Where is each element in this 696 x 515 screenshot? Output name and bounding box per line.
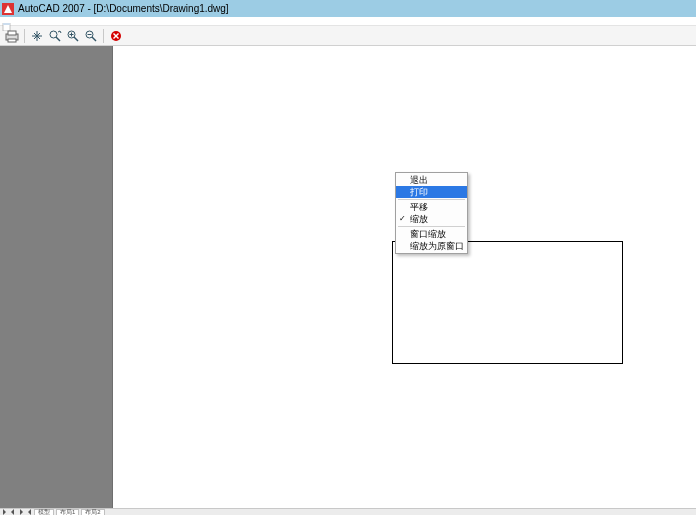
drawing-canvas[interactable]: 退出 打印 平移 缩放 窗口缩放 缩放为原窗口	[113, 46, 696, 508]
ctx-divider	[398, 226, 465, 227]
svg-line-7	[56, 37, 60, 41]
plot-button[interactable]	[4, 28, 20, 44]
svg-point-6	[50, 31, 57, 38]
drawing-rectangle	[392, 241, 623, 364]
svg-rect-4	[8, 31, 16, 35]
ctx-item-exit[interactable]: 退出	[396, 174, 467, 186]
zoom-realtime-button[interactable]	[47, 28, 63, 44]
toolbar	[0, 26, 696, 46]
toolbar-separator	[24, 29, 25, 43]
layout2-tab[interactable]: 布局2	[81, 509, 104, 515]
left-gutter	[0, 46, 113, 508]
status-bar: 模型 布局1 布局2	[0, 508, 696, 515]
svg-rect-5	[8, 39, 16, 42]
tab-nav-first-icon[interactable]	[2, 509, 8, 515]
svg-line-9	[74, 37, 78, 41]
app-icon	[2, 3, 14, 15]
toolbar-separator	[103, 29, 104, 43]
zoom-in-button[interactable]	[65, 28, 81, 44]
svg-rect-2	[3, 23, 10, 25]
model-tab[interactable]: 模型	[34, 509, 54, 515]
tab-nav-last-icon[interactable]	[26, 509, 32, 515]
ctx-item-print[interactable]: 打印	[396, 186, 467, 198]
context-menu: 退出 打印 平移 缩放 窗口缩放 缩放为原窗口	[395, 172, 468, 254]
tab-nav-next-icon[interactable]	[18, 509, 24, 515]
document-icon	[2, 17, 12, 25]
ctx-divider	[398, 199, 465, 200]
tab-nav-prev-icon[interactable]	[10, 509, 16, 515]
layout1-tab[interactable]: 布局1	[56, 509, 79, 515]
zoom-out-button[interactable]	[83, 28, 99, 44]
work-area: 退出 打印 平移 缩放 窗口缩放 缩放为原窗口	[0, 46, 696, 508]
ctx-item-zoom-original[interactable]: 缩放为原窗口	[396, 240, 467, 252]
ctx-item-zoom-window[interactable]: 窗口缩放	[396, 228, 467, 240]
pan-button[interactable]	[29, 28, 45, 44]
menu-bar[interactable]	[0, 17, 696, 26]
close-preview-button[interactable]	[108, 28, 124, 44]
title-bar: AutoCAD 2007 - [D:\Documents\Drawing1.dw…	[0, 0, 696, 17]
svg-line-13	[92, 37, 96, 41]
ctx-item-zoom[interactable]: 缩放	[396, 213, 467, 225]
ctx-item-pan[interactable]: 平移	[396, 201, 467, 213]
window-title: AutoCAD 2007 - [D:\Documents\Drawing1.dw…	[18, 0, 229, 17]
